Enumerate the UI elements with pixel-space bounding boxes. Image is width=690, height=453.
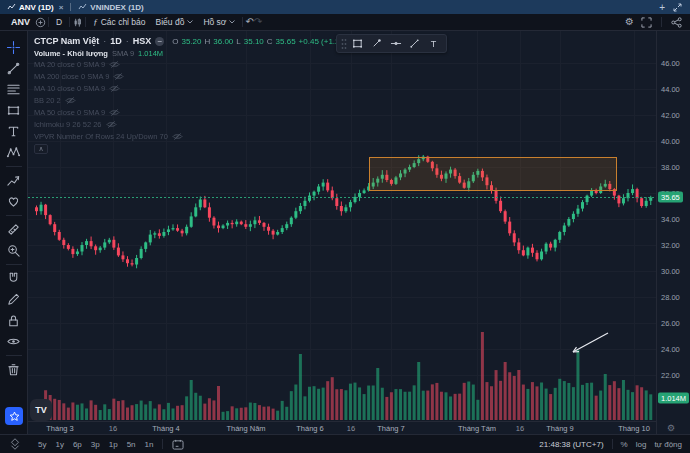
drawing-mode-icon[interactable] <box>4 289 24 310</box>
indicator-label: MA 20 close 0 SMA 9 <box>34 60 105 69</box>
candle-style-icon[interactable] <box>72 17 83 28</box>
go-to-date-icon[interactable] <box>172 439 184 450</box>
horizontal-line-tool-button[interactable] <box>387 36 404 51</box>
hidden-indicator-row[interactable]: MA 10 close 0 SMA 9 <box>34 82 354 94</box>
rectangle-tool-button[interactable] <box>349 36 366 51</box>
forecast-icon[interactable] <box>4 170 24 191</box>
price-axis-label: 26.00 <box>661 319 680 328</box>
lock-drawings-icon[interactable] <box>4 310 24 331</box>
chevron-down-icon <box>229 20 235 24</box>
time-axis-label[interactable]: Tháng 7 <box>377 424 405 433</box>
undo-icon[interactable]: ↶ <box>245 17 253 27</box>
xabcd-pattern-icon[interactable] <box>4 142 24 163</box>
hidden-indicator-row[interactable]: VPVR Number Of Rows 24 Up/Down 70 <box>34 130 354 142</box>
volume-indicator-row[interactable]: Volume - Khối lượng SMA 9 1.014M <box>34 49 354 58</box>
time-axis-label[interactable]: Tháng 6 <box>296 424 324 433</box>
star-icon <box>9 411 20 422</box>
eye-off-icon[interactable] <box>172 132 183 141</box>
range-button-3p[interactable]: 3p <box>91 440 100 449</box>
time-axis-label[interactable]: 16 <box>516 424 524 433</box>
drag-handle-icon[interactable] <box>341 38 347 50</box>
zoom-in-icon[interactable] <box>4 240 24 261</box>
symbol-search-button[interactable]: ANV <box>6 16 35 29</box>
time-axis-label[interactable]: Tháng 4 <box>152 424 180 433</box>
percent-scale-button[interactable]: % <box>621 440 628 449</box>
text-icon[interactable] <box>4 121 24 142</box>
hidden-indicator-row[interactable]: MA 200 close 0 SMA 9 <box>34 70 354 82</box>
indicator-label: MA 200 close 0 SMA 9 <box>34 72 109 81</box>
expand-tabs-icon[interactable] <box>673 3 682 12</box>
crosshair-icon[interactable] <box>4 37 24 58</box>
fib-retracement-icon[interactable] <box>4 79 24 100</box>
axis-settings-gear-icon[interactable]: ⚙ <box>667 423 675 433</box>
shapes-icon[interactable] <box>4 100 24 121</box>
price-axis[interactable]: 46.0044.0042.0040.0038.0036.0034.0032.00… <box>656 31 690 434</box>
time-axis[interactable]: Tháng 316Tháng 4Tháng NămTháng 616Tháng … <box>28 421 656 434</box>
time-axis-label[interactable]: Tháng 9 <box>546 424 574 433</box>
legend-more-icon[interactable]: – <box>155 37 164 46</box>
indicators-button[interactable]: ƒ Các chỉ báo <box>88 16 150 29</box>
time-axis-label[interactable]: 16 <box>109 424 117 433</box>
auto-scale-button[interactable]: tự động <box>654 440 682 449</box>
log-scale-button[interactable]: log <box>636 440 647 449</box>
indicator-label: MA 50 close 0 SMA 9 <box>34 108 105 117</box>
eye-off-icon[interactable] <box>113 72 124 81</box>
compare-add-icon[interactable] <box>35 17 46 28</box>
fullscreen-icon[interactable] <box>641 17 652 28</box>
eye-off-icon[interactable] <box>109 60 120 69</box>
eye-off-icon[interactable] <box>65 96 76 105</box>
time-axis-label[interactable]: Tháng Tám <box>458 424 496 433</box>
range-button-1p[interactable]: 1p <box>109 440 118 449</box>
eye-off-icon[interactable] <box>106 120 117 129</box>
remove-drawings-icon[interactable] <box>4 359 24 380</box>
time-axis-label[interactable]: 16 <box>347 424 355 433</box>
price-axis-label: 40.00 <box>661 137 680 146</box>
price-axis-label: 24.00 <box>661 345 680 354</box>
trend-line-tool-button[interactable] <box>406 36 423 51</box>
text-tool-button[interactable]: T <box>425 36 442 51</box>
hidden-indicator-row[interactable]: BB 20 2 <box>34 94 354 106</box>
hidden-indicator-row[interactable]: MA 20 close 0 SMA 9 <box>34 58 354 70</box>
redo-icon[interactable]: ↷ <box>254 17 262 27</box>
range-button-1n[interactable]: 1n <box>145 440 154 449</box>
chart-menu-button[interactable]: Biểu đồ <box>151 16 199 29</box>
emoji-icon[interactable] <box>4 191 24 212</box>
collapse-legend-button[interactable]: ∧ <box>34 144 48 154</box>
marker-tool-button[interactable] <box>368 36 385 51</box>
time-axis-label[interactable]: Tháng 10 <box>618 424 650 433</box>
eye-off-icon[interactable] <box>109 108 120 117</box>
trend-line-icon[interactable] <box>4 58 24 79</box>
time-axis-label[interactable]: Tháng Năm <box>226 424 265 433</box>
hidden-indicator-row[interactable]: MA 50 close 0 SMA 9 <box>34 106 354 118</box>
tab-anv[interactable]: ANV (1D) × <box>0 0 70 14</box>
object-tree-icon[interactable] <box>8 437 22 451</box>
price-axis-label: 32.00 <box>661 241 680 250</box>
share-icon[interactable] <box>671 17 682 28</box>
range-button-6p[interactable]: 6p <box>73 440 82 449</box>
legend-interval[interactable]: 1D <box>110 36 122 46</box>
eye-off-icon[interactable] <box>109 84 120 93</box>
bottom-bar: 5y1y6p3p1p5n1n 21:48:38 (UTC+7) % log tự… <box>0 434 690 453</box>
settings-gear-icon[interactable]: ⚙ <box>625 17 634 27</box>
indicator-label: MA 10 close 0 SMA 9 <box>34 84 105 93</box>
tab-label: ANV (1D) <box>19 3 54 12</box>
fx-icon: ƒ <box>93 17 98 27</box>
measure-icon[interactable] <box>4 219 24 240</box>
hidden-indicator-row[interactable]: Ichimoku 9 26 52 26 <box>34 118 354 130</box>
clock-display[interactable]: 21:48:38 (UTC+7) <box>539 440 603 449</box>
close-tab-icon[interactable]: × <box>59 3 64 12</box>
symbol-title[interactable]: CTCP Nam Việt <box>34 36 99 46</box>
chart-pane: CTCP Nam Việt · 1D · HSX – O35.20 H36.00… <box>28 31 690 434</box>
hide-drawings-icon[interactable] <box>4 331 24 352</box>
favorites-star-button[interactable] <box>5 407 23 425</box>
add-tab-button[interactable]: + <box>659 2 665 13</box>
tradingview-logo[interactable]: TV <box>30 399 52 421</box>
interval-button[interactable]: D <box>51 16 67 29</box>
time-axis-label[interactable]: Tháng 3 <box>46 424 74 433</box>
range-button-1y[interactable]: 1y <box>55 440 63 449</box>
range-button-5n[interactable]: 5n <box>127 440 136 449</box>
tab-vnindex[interactable]: VNINDEX (1D) <box>71 0 150 14</box>
magnet-icon[interactable] <box>4 268 24 289</box>
profile-menu-button[interactable]: Hồ sơ <box>198 16 240 29</box>
range-button-5y[interactable]: 5y <box>38 440 46 449</box>
